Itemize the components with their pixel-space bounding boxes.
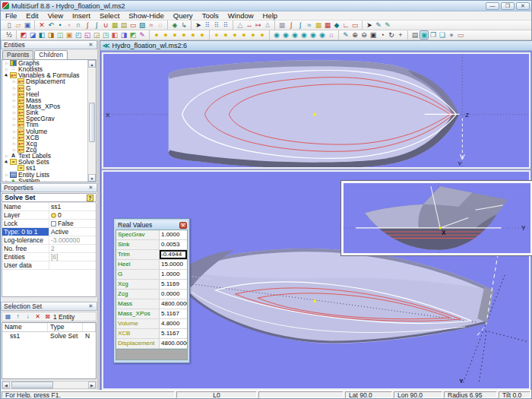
mode-shaded-icon[interactable]: ▣ <box>420 30 429 40</box>
rv-value[interactable]: 4800.0000 <box>160 339 187 348</box>
selection-hscrollbar[interactable]: ◀ ▶ <box>2 381 97 389</box>
zoom-out-icon[interactable]: ⊖ <box>359 30 369 40</box>
selection-row-ss1[interactable]: ss1 Solve Set N <box>2 332 96 340</box>
menu-file[interactable]: File <box>1 11 21 21</box>
mode-annotate-icon[interactable]: ▭ <box>456 30 465 40</box>
remove-all-icon[interactable]: ⊠ <box>43 312 52 321</box>
rv-value[interactable]: 0.0053 <box>160 240 187 249</box>
selection-panel-header[interactable]: Selection Set ✕ <box>1 302 97 311</box>
menu-tools[interactable]: Tools <box>198 11 223 21</box>
move-down-icon[interactable]: ↓ <box>24 312 32 321</box>
menu-help[interactable]: Help <box>258 11 283 21</box>
menu-insert[interactable]: Insert <box>68 11 95 21</box>
zoom-in-icon[interactable]: ⊕ <box>350 30 359 40</box>
tab-parents[interactable]: Parents <box>2 50 33 59</box>
mode-wireframe-icon[interactable]: ▤ <box>410 30 420 40</box>
expand-arrow-icon[interactable]: ▷ <box>11 91 17 97</box>
tree-scrollbar[interactable]: ▲ ▼ <box>87 60 96 182</box>
menu-window[interactable]: Window <box>223 11 258 21</box>
view-persp-icon[interactable]: ◫ <box>55 30 65 40</box>
move-up-icon[interactable]: ↑ <box>14 312 22 321</box>
minimize-button[interactable]: — <box>486 2 499 10</box>
scroll-thumb[interactable] <box>89 103 95 142</box>
scroll-up-icon[interactable]: ▲ <box>88 60 96 68</box>
expand-arrow-icon[interactable]: ▷ <box>11 103 17 109</box>
rv-value[interactable]: 0.0000 <box>160 290 187 299</box>
menu-show-hide[interactable]: Show-Hide <box>124 11 168 21</box>
tree-item-volume[interactable]: ▷x=Volume <box>2 128 87 135</box>
prop-value[interactable]: -3.000000 <box>49 236 96 244</box>
tree-item-heel[interactable]: ▷x=Heel <box>2 91 87 97</box>
menu-select[interactable]: Select <box>95 11 124 21</box>
view-profile-icon[interactable]: ◱ <box>83 30 92 40</box>
view-body-icon[interactable]: ▣ <box>65 30 74 40</box>
bulb-hide-surfaces-icon[interactable]: ● <box>239 30 249 40</box>
view-home-icon[interactable]: ◧ <box>110 30 119 40</box>
expand-arrow-icon[interactable]: ▷ <box>11 97 17 103</box>
tree-item-displacement[interactable]: ▷x=Displacement <box>2 78 87 84</box>
selection-close-icon[interactable]: ✕ <box>87 303 94 309</box>
vis-right-icon[interactable]: ◉ <box>299 30 309 40</box>
expand-arrow-icon[interactable]: ▷ <box>11 78 17 84</box>
menu-view[interactable]: View <box>43 11 68 21</box>
curve-red-icon[interactable]: ∫ <box>287 21 296 30</box>
expand-arrow-icon[interactable]: ▷ <box>4 172 10 178</box>
prop-value[interactable]: [6] <box>49 253 96 261</box>
tab-children[interactable]: Children <box>34 50 68 59</box>
curve-fit-icon[interactable]: ≈ <box>305 21 314 30</box>
bulb-points-icon[interactable]: ● <box>161 30 170 40</box>
patch-red-icon[interactable]: ▦ <box>323 21 332 30</box>
half-scale-icon[interactable]: ½ <box>5 30 14 40</box>
entities-close-icon[interactable]: ✕ <box>87 42 94 48</box>
scroll-right-icon[interactable]: ▶ <box>88 382 96 388</box>
remove-icon[interactable]: ✕ <box>33 312 42 321</box>
maximize-button[interactable]: ❐ <box>501 2 515 10</box>
save-file-icon[interactable]: ▣ <box>23 21 32 30</box>
tree-item-graphs[interactable]: ▷Graphs <box>2 60 87 66</box>
insert-solid-icon[interactable]: ▧ <box>138 21 147 30</box>
offset-icon[interactable]: ↦ <box>254 21 263 30</box>
mode-hidden-line-icon[interactable]: ❐ <box>429 30 438 40</box>
insert-curve-icon[interactable]: ∫ <box>83 21 92 30</box>
view-prev-icon[interactable]: ◨ <box>119 30 128 40</box>
expand-arrow-icon[interactable]: ▷ <box>4 178 10 182</box>
zoom-window-icon[interactable]: ▣ <box>369 30 378 40</box>
column-name[interactable]: Name <box>2 323 48 331</box>
view-window-titlebar[interactable]: ≪ Hydro_floation_wl.ms2:6 <box>100 41 532 51</box>
vis-left-icon[interactable]: ◉ <box>290 30 299 40</box>
insert-ring-icon[interactable]: ○ <box>74 21 83 30</box>
blend-icon[interactable]: ∆ <box>263 21 272 30</box>
tree-item-solve-sets[interactable]: ▶=Solve Sets <box>2 159 87 165</box>
insert-table-icon[interactable]: ▤ <box>119 21 128 30</box>
tree-item-xcb[interactable]: ▷x=XCB <box>2 135 87 141</box>
rotate-view-icon[interactable]: ↻ <box>387 30 396 40</box>
stretch-icon[interactable]: ↔ <box>245 21 254 30</box>
insert-bead-icon[interactable]: ◦ <box>65 21 74 30</box>
insert-snake-icon[interactable]: ∫ <box>92 21 101 30</box>
rv-value[interactable]: 4800.0000 <box>160 299 187 309</box>
bulb-hide-solids-icon[interactable]: ● <box>249 30 258 40</box>
rv-value[interactable]: 4.8000 <box>160 319 187 328</box>
rv-value[interactable]: 5.1169 <box>160 280 187 289</box>
menu-edit[interactable]: Edit <box>21 11 43 21</box>
home-view-icon[interactable]: ⌂ <box>327 30 336 40</box>
flow-arrow-icon[interactable]: ↳ <box>179 21 188 30</box>
view-iso-icon[interactable]: ◨ <box>46 30 55 40</box>
rv-value[interactable]: 15.0000 <box>160 260 187 269</box>
prop-value[interactable]: False <box>49 220 96 227</box>
new-file-icon[interactable]: ▯ <box>5 21 14 30</box>
bulb-hide-points-icon[interactable]: ● <box>221 30 230 40</box>
insert-label-icon[interactable]: ◌ <box>156 21 165 30</box>
view-y-icon[interactable]: ◪ <box>28 30 37 40</box>
angle-icon[interactable]: ∟ <box>341 21 350 30</box>
mode-sphere-icon[interactable]: ● <box>447 30 456 40</box>
prop-value[interactable]: ss1 <box>49 203 96 211</box>
tree-item-xcg[interactable]: ▷x=Xcg <box>2 141 87 147</box>
mode-render-icon[interactable]: ❏ <box>438 30 447 40</box>
bead-teal-icon[interactable]: ◆ <box>332 21 341 30</box>
insert-point-icon[interactable]: • <box>55 21 65 30</box>
select-cursor-icon[interactable]: ➤ <box>194 21 203 30</box>
bulb-surfaces-icon[interactable]: ● <box>179 30 188 40</box>
mirror-icon[interactable]: △ <box>236 21 245 30</box>
bulb-hide-curves-icon[interactable]: ● <box>230 30 239 40</box>
